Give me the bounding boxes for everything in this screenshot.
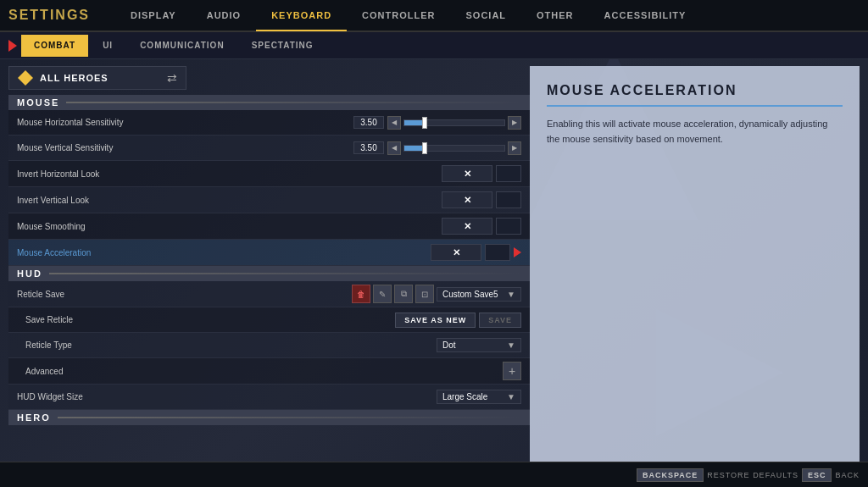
- advanced-expand-btn[interactable]: +: [503, 362, 521, 380]
- save-reticle-row: Save Reticle SAVE AS NEW SAVE: [8, 307, 530, 333]
- save-button[interactable]: SAVE: [479, 313, 521, 328]
- backspace-key: BACKSPACE: [637, 468, 704, 482]
- invert-h-look-checkbox[interactable]: ✕: [442, 165, 492, 182]
- nav-display[interactable]: DISPLAY: [115, 0, 192, 31]
- slider-left-btn-v[interactable]: ◀: [387, 141, 401, 155]
- sub-nav-items: COMBAT UI COMMUNICATION SPECTATING: [21, 35, 326, 57]
- reticle-import-btn[interactable]: ⊡: [415, 285, 434, 303]
- reticle-type-arrow-icon: ▼: [507, 340, 515, 350]
- nav-other[interactable]: OTHER: [521, 0, 589, 31]
- mouse-smoothing-row: Mouse Smoothing ✕: [8, 213, 530, 240]
- nav-controller[interactable]: CONTROLLER: [347, 0, 450, 31]
- invert-h-look-row: Invert Horizontal Look ✕: [8, 161, 530, 187]
- hero-section-divider: [58, 417, 521, 418]
- hero-selector[interactable]: ALL HEROES ⇄: [8, 66, 186, 90]
- mouse-h-sensitivity-row: Mouse Horizontal Sensitivity 3.50 ◀ ▶: [8, 110, 530, 136]
- mouse-v-sensitivity-slider[interactable]: ◀ ▶: [387, 141, 521, 155]
- back-label: BACK: [835, 471, 860, 479]
- mouse-v-sensitivity-row: Mouse Vertical Sensitivity 3.50 ◀ ▶: [8, 136, 530, 161]
- mouse-v-sensitivity-label: Mouse Vertical Sensitivity: [17, 143, 353, 152]
- save-as-new-button[interactable]: SAVE AS NEW: [395, 313, 476, 328]
- reticle-save-row: Reticle Save 🗑 ✎ ⧉ ⊡ Custom Save5 ▼: [8, 281, 530, 307]
- slider-thumb-v: [422, 142, 427, 154]
- slider-right-btn-v[interactable]: ▶: [508, 141, 521, 155]
- mouse-acceleration-checkbox[interactable]: ✕: [431, 244, 481, 261]
- nav-keyboard[interactable]: KEYBOARD: [256, 0, 347, 31]
- hero-title: HERO: [17, 412, 51, 423]
- hud-widget-size-arrow-icon: ▼: [507, 392, 515, 401]
- hud-section-divider: [49, 273, 521, 274]
- reticle-save-dropdown[interactable]: Custom Save5 ▼: [437, 287, 521, 302]
- app-title: SETTINGS: [8, 8, 90, 23]
- hero-selector-arrow-icon: ⇄: [167, 71, 177, 85]
- mouse-acceleration-label: Mouse Acceleration: [17, 248, 431, 257]
- left-panel: ALL HEROES ⇄ MOUSE Mouse Horizontal Sens…: [0, 59, 530, 462]
- restore-defaults-label: RESTORE DEFAULTS: [707, 471, 798, 479]
- reticle-copy-btn[interactable]: ⧉: [394, 285, 413, 303]
- invert-h-look-label: Invert Horizontal Look: [17, 169, 442, 179]
- right-panel: MOUSE ACCELERATION Enabling this will ac…: [530, 66, 860, 462]
- mouse-section-header: MOUSE: [8, 95, 530, 110]
- mouse-acceleration-arrow-icon: [514, 247, 521, 257]
- mouse-h-sensitivity-value: 3.50: [353, 116, 384, 129]
- slider-left-btn[interactable]: ◀: [387, 116, 401, 130]
- invert-v-look-label: Invert Vertical Look: [17, 196, 442, 205]
- advanced-label: Advanced: [25, 367, 499, 376]
- reticle-type-dropdown[interactable]: Dot ▼: [437, 338, 521, 352]
- slider-right-btn[interactable]: ▶: [508, 116, 521, 130]
- reticle-edit-btn[interactable]: ✎: [373, 285, 392, 303]
- mouse-h-sensitivity-slider[interactable]: ◀ ▶: [387, 116, 521, 130]
- hud-section-header: HUD: [8, 266, 530, 281]
- mouse-v-sensitivity-value: 3.50: [353, 141, 384, 154]
- slider-track[interactable]: [403, 119, 505, 126]
- hud-widget-size-value: Large Scale: [442, 392, 487, 401]
- reticle-type-value: Dot: [442, 340, 456, 350]
- invert-h-look-extra: [496, 165, 521, 182]
- bottom-bar: BACKSPACE RESTORE DEFAULTS ESC BACK: [0, 462, 868, 487]
- mouse-smoothing-checkbox[interactable]: ✕: [442, 218, 492, 235]
- hud-widget-size-label: HUD Widget Size: [17, 392, 433, 401]
- right-panel-title: MOUSE ACCELERATION: [547, 83, 843, 107]
- sub-nav: COMBAT UI COMMUNICATION SPECTATING: [0, 32, 868, 59]
- top-nav-items: DISPLAY AUDIO KEYBOARD CONTROLLER SOCIAL…: [115, 0, 701, 31]
- slider-thumb: [422, 117, 427, 129]
- invert-v-look-row: Invert Vertical Look ✕: [8, 187, 530, 213]
- reticle-save-label: Reticle Save: [17, 290, 348, 299]
- subnav-communication[interactable]: COMMUNICATION: [127, 35, 236, 57]
- main-layout: ALL HEROES ⇄ MOUSE Mouse Horizontal Sens…: [0, 59, 868, 462]
- hero-section-header: HERO: [8, 410, 530, 425]
- subnav-combat[interactable]: COMBAT: [21, 35, 88, 57]
- reticle-save-dropdown-value: Custom Save5: [442, 290, 498, 299]
- subnav-arrow-icon: [8, 40, 17, 52]
- reticle-save-dropdown-arrow-icon: ▼: [507, 290, 515, 299]
- subnav-spectating[interactable]: SPECTATING: [239, 35, 326, 57]
- nav-audio[interactable]: AUDIO: [192, 0, 256, 31]
- mouse-acceleration-extra: [485, 244, 510, 261]
- mouse-acceleration-row: Mouse Acceleration ✕: [8, 240, 530, 266]
- esc-key: ESC: [802, 468, 832, 482]
- save-reticle-label: Save Reticle: [25, 315, 392, 324]
- mouse-title: MOUSE: [17, 97, 59, 108]
- slider-track-v[interactable]: [403, 145, 505, 152]
- invert-v-look-checkbox[interactable]: ✕: [442, 191, 492, 208]
- hud-widget-size-row: HUD Widget Size Large Scale ▼: [8, 385, 530, 410]
- right-panel-text: Enabling this will activate mouse accele…: [547, 117, 843, 147]
- hud-widget-size-dropdown[interactable]: Large Scale ▼: [437, 390, 521, 404]
- reticle-delete-btn[interactable]: 🗑: [352, 285, 370, 303]
- mouse-smoothing-label: Mouse Smoothing: [17, 222, 442, 231]
- mouse-h-sensitivity-label: Mouse Horizontal Sensitivity: [17, 118, 353, 127]
- top-nav: SETTINGS DISPLAY AUDIO KEYBOARD CONTROLL…: [0, 0, 868, 32]
- nav-social[interactable]: SOCIAL: [450, 0, 521, 31]
- hero-icon: [18, 70, 33, 86]
- section-divider: [66, 102, 521, 103]
- subnav-ui[interactable]: UI: [90, 35, 125, 57]
- mouse-smoothing-extra: [496, 218, 521, 235]
- hero-selector-text: ALL HEROES: [40, 73, 160, 83]
- nav-accessibility[interactable]: ACCESSIBILITY: [589, 0, 702, 31]
- advanced-row: Advanced +: [8, 358, 530, 385]
- reticle-type-row: Reticle Type Dot ▼: [8, 333, 530, 358]
- hud-title: HUD: [17, 268, 42, 279]
- reticle-type-label: Reticle Type: [25, 340, 433, 350]
- invert-v-look-extra: [496, 191, 521, 208]
